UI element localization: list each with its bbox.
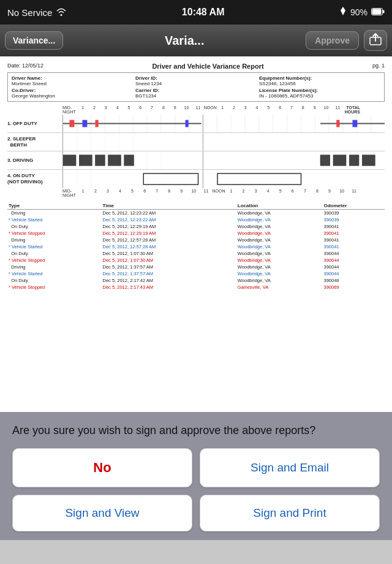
hos-chart: MID-NIGHT 1 2 3 4 5 6 7 8 9 10 11 NOON 1… [7, 105, 385, 197]
svg-rect-54 [333, 155, 346, 166]
svg-rect-50 [96, 155, 105, 166]
col-time: Time [102, 202, 236, 210]
nav-bar: Variance... Varia... Approve [0, 25, 392, 56]
log-table-row: On Duty Dec 5, 2012, 1:07:30 AM Woodbrid… [7, 250, 385, 257]
log-table-row: * Vehicle Started Dec 5, 2012, 1:37:57 A… [7, 270, 385, 277]
svg-rect-29 [83, 120, 88, 128]
driver-id-label: Driver ID: [135, 75, 257, 81]
equipment-label: Equipment Number(s): [259, 75, 380, 81]
nav-title: Varia... [68, 34, 301, 48]
battery-text: 90% [350, 7, 368, 17]
svg-rect-31 [186, 120, 189, 128]
svg-rect-28 [70, 120, 75, 128]
svg-rect-60 [143, 173, 198, 185]
log-table: Type Time Location Odometer Driving Dec … [7, 202, 385, 291]
status-right: 90% [339, 7, 385, 18]
license-plate-value: IN - 1060865, ADF57453 [259, 93, 380, 99]
report-document: Date: 12/05/12 Driver and Vehicle Varian… [0, 56, 392, 297]
log-table-row: On Duty Dec 5, 2012, 12:29:19 AM Woodbri… [7, 223, 385, 230]
wifi-icon [56, 7, 67, 18]
log-table-row: * Vehicle Stopped Dec 5, 2012, 12:29:19 … [7, 230, 385, 237]
location-icon [339, 7, 347, 18]
carrier-id-label: Carrier ID: [135, 88, 257, 93]
hos-row-off-duty: 1. OFF DUTY [7, 115, 385, 133]
overlay-question: Are you sure you wish to sign and approv… [12, 423, 380, 438]
hos-row-sleeper: 2. SLEEPER BERTH 00:00 [7, 133, 385, 151]
sign-print-button[interactable]: Sign and Print [200, 495, 380, 532]
overlay-panel: Are you sure you wish to sign and approv… [0, 412, 392, 540]
status-left: No Service [7, 7, 67, 18]
svg-rect-1 [382, 10, 384, 13]
log-table-row: On Duty Dec 5, 2012, 2:17:42 AM Woodbrid… [7, 277, 385, 284]
sign-view-button[interactable]: Sign and View [12, 495, 192, 532]
grid-svg-sleeper [63, 133, 385, 151]
log-table-row: * Vehicle Started Dec 5, 2012, 12:23:22 … [7, 216, 385, 223]
svg-rect-61 [217, 173, 301, 185]
license-plate-label: License Plate Number(s): [259, 88, 380, 93]
grid-svg-off-duty [63, 115, 385, 132]
action-buttons-grid: No Sign and Email Sign and View Sign and… [12, 448, 380, 532]
grid-svg-driving [63, 151, 385, 169]
back-button[interactable]: Variance... [5, 31, 63, 50]
log-table-row: Driving Dec 5, 2012, 1:37:57 AM Woodbrid… [7, 264, 385, 270]
log-table-row: Driving Dec 5, 2012, 12:23:22 AM Woodbri… [7, 210, 385, 217]
log-table-row: * Vehicle Started Dec 5, 2012, 12:57:28 … [7, 243, 385, 250]
hours-header-bottom: MID-NIGHT 1 2 3 4 5 6 7 8 9 10 11 NOON 1… [62, 189, 360, 197]
report-date: Date: 12/05/12 [7, 63, 43, 69]
svg-rect-55 [349, 155, 359, 166]
svg-rect-49 [79, 155, 92, 166]
report-info-box: Driver Name: Mortimer Sneed Co-Driver: G… [7, 72, 385, 102]
hos-row-driving: 3. DRIVING [7, 151, 385, 170]
col-location: Location [236, 202, 323, 210]
carrier-text: No Service [7, 7, 52, 18]
approve-button[interactable]: Approve [306, 31, 359, 50]
battery-icon [371, 7, 385, 17]
svg-rect-51 [108, 155, 121, 166]
log-table-row: * Vehicle Stopped Dec 5, 2012, 1:07:30 A… [7, 257, 385, 264]
carrier-id-value: BGT1234 [135, 93, 257, 99]
svg-rect-32 [336, 120, 339, 128]
co-driver-value: George Washington [12, 93, 133, 99]
hours-header-top: MID-NIGHT 1 2 3 4 5 6 7 8 9 10 11 NOON 1… [62, 105, 360, 114]
share-icon [369, 32, 382, 49]
hos-row-on-duty: 4. ON DUTY(NOT DRIVING) 07:00 [7, 170, 385, 188]
driver-id-value: Sneed 1234 [135, 81, 257, 86]
driver-name-label: Driver Name: [12, 75, 133, 81]
co-driver-label: Co-Driver: [12, 88, 133, 93]
report-title: Driver and Vehicle Variance Report [43, 63, 372, 70]
report-page: pg. 1 [372, 63, 385, 69]
grid-svg-on-duty [63, 170, 385, 188]
no-button[interactable]: No [12, 448, 192, 487]
main-content: Date: 12/05/12 Driver and Vehicle Varian… [0, 56, 392, 412]
status-time: 10:48 AM [182, 7, 225, 18]
share-button[interactable] [364, 30, 387, 51]
log-table-row: Driving Dec 5, 2012, 12:57:28 AM Woodbri… [7, 237, 385, 243]
col-type: Type [7, 202, 102, 210]
sign-email-button[interactable]: Sign and Email [200, 448, 380, 487]
svg-rect-56 [362, 155, 375, 166]
driver-name-value: Mortimer Sneed [12, 81, 133, 86]
svg-rect-53 [320, 155, 330, 166]
svg-rect-33 [353, 120, 358, 128]
svg-rect-2 [372, 9, 381, 15]
log-table-row: * Vehicle Stopped Dec 5, 2012, 2:17:43 A… [7, 284, 385, 291]
report-header: Date: 12/05/12 Driver and Vehicle Varian… [7, 63, 385, 70]
col-odometer: Odometer [322, 202, 385, 210]
svg-rect-48 [63, 155, 76, 166]
equipment-value: SS2346, 123456 [259, 81, 380, 86]
status-bar: No Service 10:48 AM 90% [0, 0, 392, 25]
svg-rect-52 [124, 155, 134, 166]
svg-rect-30 [96, 120, 99, 128]
